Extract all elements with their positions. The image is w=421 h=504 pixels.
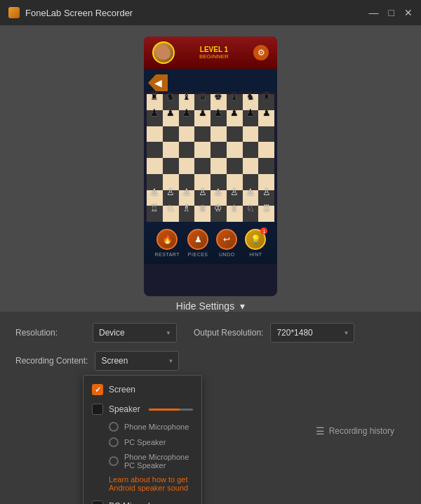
chess-cell	[227, 94, 243, 110]
phone-mic-pc-speaker-option[interactable]: Phone Microphone PC Speaker	[83, 450, 201, 472]
chess-cell	[179, 110, 195, 126]
chess-cell	[179, 158, 195, 174]
minimize-button[interactable]: —	[369, 8, 379, 18]
chess-cell	[227, 174, 243, 190]
chess-cell	[210, 142, 227, 158]
chess-cell	[163, 94, 179, 110]
chess-cell	[194, 110, 210, 126]
chess-cell	[147, 158, 163, 174]
pieces-button[interactable]: ♟ PIECES	[187, 229, 208, 257]
chess-cell	[179, 94, 195, 110]
chess-cell	[210, 206, 227, 222]
screen-label: Screen	[109, 385, 135, 394]
close-button[interactable]: ✕	[404, 8, 413, 18]
resolution-select[interactable]: Device	[93, 323, 177, 343]
resolution-row: Resolution: Device Output Resolution: 72…	[0, 319, 421, 347]
phone-microphone-radio[interactable]	[109, 422, 119, 432]
screen-checkbox[interactable]	[92, 384, 103, 395]
chess-cell	[243, 174, 259, 190]
recording-content-row: Recording Content: Screen ☰ Recording hi…	[0, 347, 421, 375]
learn-link[interactable]: Learn about how to get Android speaker s…	[83, 472, 201, 495]
main-area: LEVEL 1 BEGINNER ⚙ ◀ ♜♞♝♛♚♝♞♜♟♟♟♟♟♟♟♟♙♙♙…	[0, 25, 421, 504]
pc-speaker-label: PC Speaker	[124, 438, 166, 446]
gear-button[interactable]: ⚙	[253, 45, 269, 60]
phone-mic-pc-speaker-radio[interactable]	[109, 456, 119, 466]
dropdown-popup: Screen Speaker Phone Microphone	[83, 375, 202, 504]
chess-cell	[258, 158, 274, 174]
chess-cell	[179, 206, 195, 222]
game-footer: 🔥 RESTART ♟ PIECES ↩ UNDO 💡 1 HINT	[144, 222, 277, 264]
maximize-button[interactable]: □	[389, 8, 394, 18]
chess-cell	[227, 158, 243, 174]
chess-cell	[163, 110, 179, 126]
recording-content-select-wrapper: Screen	[95, 351, 179, 371]
screen-option[interactable]: Screen	[83, 380, 201, 399]
restart-button[interactable]: 🔥 RESTART	[155, 229, 180, 257]
chess-cell	[147, 142, 163, 158]
chess-cell	[147, 174, 163, 190]
recording-history-button[interactable]: ☰ Recording history	[316, 425, 394, 437]
recording-content-select[interactable]: Screen	[95, 351, 179, 371]
level-info: LEVEL 1 BEGINNER	[175, 46, 253, 60]
chess-cell	[243, 110, 259, 126]
undo-button[interactable]: ↩ UNDO	[216, 229, 237, 257]
chess-cell	[179, 126, 195, 142]
chess-cell	[258, 110, 274, 126]
phone-preview: LEVEL 1 BEGINNER ⚙ ◀ ♜♞♝♛♚♝♞♜♟♟♟♟♟♟♟♟♙♙♙…	[144, 37, 277, 296]
chess-cell	[227, 206, 243, 222]
chess-cell	[147, 190, 163, 206]
phone-microphone-label: Phone Microphone	[124, 423, 189, 431]
output-resolution-label: Output Resolution:	[194, 328, 263, 338]
chess-cell	[243, 206, 259, 222]
output-resolution-select[interactable]: 720*1480	[270, 323, 354, 343]
recording-history-label: Recording history	[329, 426, 394, 436]
chess-board	[144, 94, 277, 222]
back-arrow[interactable]: ◀	[148, 74, 168, 91]
chess-cell	[163, 174, 179, 190]
chess-cell	[243, 190, 259, 206]
chess-cell	[258, 190, 274, 206]
chess-cell	[210, 158, 227, 174]
chess-cell	[194, 158, 210, 174]
phone-microphone-option[interactable]: Phone Microphone	[83, 419, 201, 435]
resolution-select-wrapper: Device	[93, 323, 177, 343]
chess-cell	[210, 190, 227, 206]
game-header: LEVEL 1 BEGINNER ⚙	[144, 37, 277, 69]
chess-cell	[258, 142, 274, 158]
chess-cell	[194, 206, 210, 222]
chess-cell	[210, 110, 227, 126]
chess-cell	[179, 174, 195, 190]
speaker-checkbox[interactable]	[92, 404, 103, 415]
chess-cell	[258, 206, 274, 222]
pc-speaker-radio[interactable]	[109, 437, 119, 447]
undo-icon: ↩	[216, 229, 237, 250]
chevron-down-icon: ▾	[240, 300, 245, 312]
phone-frame: LEVEL 1 BEGINNER ⚙ ◀ ♜♞♝♛♚♝♞♜♟♟♟♟♟♟♟♟♙♙♙…	[144, 37, 277, 296]
chess-cell	[258, 126, 274, 142]
chess-cell	[179, 142, 195, 158]
resolution-label: Resolution:	[15, 328, 86, 338]
pc-speaker-option[interactable]: PC Speaker	[83, 435, 201, 450]
pc-microphone-row: PC Microphone	[83, 496, 201, 504]
level-sub: BEGINNER	[175, 53, 253, 60]
settings-panel: Resolution: Device Output Resolution: 72…	[0, 312, 421, 504]
player-avatar	[152, 41, 175, 64]
hint-label: HINT	[249, 252, 262, 257]
window-controls: — □ ✕	[369, 8, 413, 18]
chess-cell	[258, 174, 274, 190]
chess-cell	[194, 126, 210, 142]
hint-button[interactable]: 💡 1 HINT	[245, 229, 266, 257]
chess-cell	[227, 126, 243, 142]
speaker-option[interactable]: Speaker	[83, 399, 201, 419]
pc-microphone-label: PC Microphone	[109, 501, 167, 504]
chess-cell	[194, 190, 210, 206]
hide-settings-bar[interactable]: Hide Settings ▾	[0, 300, 421, 312]
chess-cell	[194, 94, 210, 110]
chess-cell	[243, 158, 259, 174]
chess-cell	[147, 126, 163, 142]
chess-cell	[227, 190, 243, 206]
chess-cell	[163, 206, 179, 222]
chess-cell	[163, 126, 179, 142]
pc-microphone-checkbox[interactable]	[92, 500, 103, 504]
chess-cell	[163, 158, 179, 174]
